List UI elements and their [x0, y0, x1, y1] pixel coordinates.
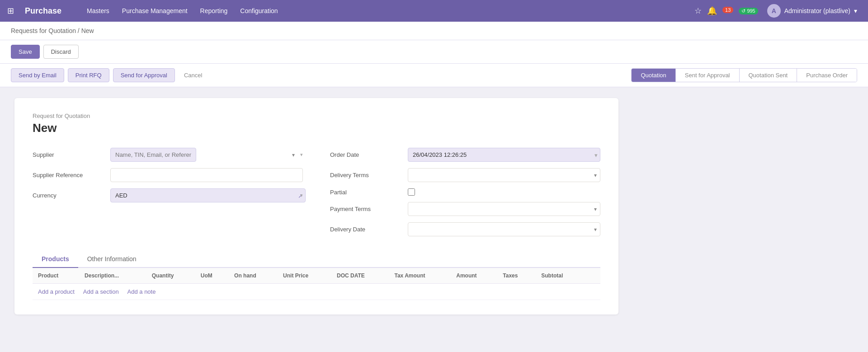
send-approval-button[interactable]: Send for Approval [113, 68, 175, 82]
discard-button[interactable]: Discard [43, 45, 79, 59]
payment-terms-label: Payment Terms [330, 206, 402, 212]
partial-row: Partial [330, 188, 600, 196]
supplier-ref-row: Supplier Reference [33, 168, 303, 182]
tab-other-info[interactable]: Other Information [78, 251, 146, 268]
col-doc-date: DOC DATE [331, 268, 389, 284]
topnav-menu: Masters Purchase Management Reporting Co… [81, 5, 685, 17]
credit-badge: ↺ 995 [739, 8, 758, 14]
step-sent-approval[interactable]: Sent for Approval [676, 69, 740, 82]
partial-label: Partial [330, 189, 402, 196]
col-on-hand: On hand [229, 268, 278, 284]
user-menu[interactable]: A Administrator (plastlive) ▾ [764, 2, 861, 19]
delivery-terms-label: Delivery Terms [330, 172, 402, 178]
avatar: A [767, 4, 781, 18]
grid-icon[interactable]: ⊞ [7, 6, 14, 16]
supplier-input[interactable] [110, 148, 196, 162]
calendar-icon: ▾ [594, 151, 598, 158]
nav-purchase-management[interactable]: Purchase Management [117, 5, 193, 17]
col-unit-price: Unit Price [278, 268, 331, 284]
save-discard-bar: Save Discard [0, 40, 868, 64]
form-card: Request for Quotation New Supplier ▾ Sup… [14, 98, 618, 314]
payment-terms-select[interactable] [408, 202, 600, 216]
add-section-link[interactable]: Add a section [83, 288, 119, 295]
star-icon[interactable]: ☆ [694, 6, 702, 16]
currency-label: Currency [33, 192, 105, 199]
supplier-dropdown-indicator: ▾ [300, 152, 303, 158]
form-grid: Supplier ▾ Supplier Reference Currency ↗ [33, 148, 600, 236]
col-tax-amount: Tax Amount [389, 268, 451, 284]
workflow-bar: Send by Email Print RFQ Send for Approva… [0, 64, 868, 87]
step-quotation-sent[interactable]: Quotation Sent [740, 69, 797, 82]
user-dropdown-icon: ▾ [854, 7, 857, 14]
col-taxes: Taxes [497, 268, 536, 284]
messages-badge[interactable]: 13 [722, 7, 733, 13]
supplier-ref-label: Supplier Reference [33, 172, 105, 178]
add-product-link[interactable]: Add a product [38, 288, 75, 295]
col-description: Description... [79, 268, 146, 284]
delivery-date-label: Delivery Date [330, 226, 402, 233]
col-quantity: Quantity [146, 268, 195, 284]
currency-row: Currency ↗ ▾ [33, 188, 303, 202]
products-table: Product Description... Quantity UoM On h… [33, 268, 600, 300]
tabs: Products Other Information [33, 251, 600, 268]
nav-configuration[interactable]: Configuration [235, 5, 283, 17]
table-add-cell: Add a product Add a section Add a note [33, 284, 600, 300]
send-email-button[interactable]: Send by Email [11, 68, 64, 82]
add-note-link[interactable]: Add a note [127, 288, 156, 295]
currency-input[interactable] [110, 188, 306, 202]
step-purchase-order[interactable]: Purchase Order [797, 69, 857, 82]
delivery-date-row: Delivery Date [330, 222, 600, 236]
form-left-section: Supplier ▾ Supplier Reference Currency ↗ [33, 148, 303, 236]
order-date-label: Order Date [330, 151, 402, 158]
tab-products[interactable]: Products [33, 251, 78, 268]
partial-checkbox[interactable] [408, 188, 415, 196]
order-date-input[interactable] [408, 148, 600, 162]
order-date-wrapper: ▾ [408, 148, 600, 162]
col-uom: UoM [195, 268, 229, 284]
supplier-label: Supplier [33, 151, 105, 158]
app-title: Purchase [25, 6, 61, 16]
partial-checkbox-wrapper [408, 188, 415, 196]
delivery-terms-row: Delivery Terms [330, 168, 600, 182]
supplier-select-wrapper [110, 148, 298, 162]
print-rfq-button[interactable]: Print RFQ [68, 68, 109, 82]
table-header-row: Product Description... Quantity UoM On h… [33, 268, 600, 284]
form-subtitle: Request for Quotation [33, 113, 600, 119]
main-content: Request for Quotation New Supplier ▾ Sup… [0, 87, 633, 325]
topnav: ⊞ Purchase Masters Purchase Management R… [0, 0, 868, 22]
delivery-terms-select[interactable] [408, 168, 600, 182]
payment-terms-wrapper [408, 202, 600, 216]
delivery-date-select[interactable] [408, 222, 600, 236]
bell-icon[interactable]: 🔔 [707, 6, 717, 16]
col-subtotal: Subtotal [536, 268, 584, 284]
supplier-row: Supplier ▾ [33, 148, 303, 162]
supplier-ref-input[interactable] [110, 168, 303, 182]
cancel-button[interactable]: Cancel [179, 69, 208, 82]
step-quotation[interactable]: Quotation [632, 69, 675, 82]
delivery-date-wrapper [408, 222, 600, 236]
order-date-row: Order Date ▾ [330, 148, 600, 162]
status-steps: Quotation Sent for Approval Quotation Se… [631, 68, 857, 82]
save-button[interactable]: Save [11, 45, 40, 59]
breadcrumb: Requests for Quotation / New [0, 22, 868, 40]
col-product: Product [33, 268, 79, 284]
form-title: New [33, 121, 600, 135]
col-actions [584, 268, 600, 284]
col-amount: Amount [451, 268, 497, 284]
table-add-row: Add a product Add a section Add a note [33, 284, 600, 300]
currency-input-wrapper: ↗ [110, 188, 306, 202]
nav-reporting[interactable]: Reporting [195, 5, 233, 17]
delivery-terms-wrapper [408, 168, 600, 182]
topnav-right: ☆ 🔔 13 ↺ 995 A Administrator (plastlive)… [694, 2, 861, 19]
user-name: Administrator (plastlive) [784, 7, 850, 14]
currency-dropdown-icon: ▾ [300, 192, 303, 198]
nav-masters[interactable]: Masters [81, 5, 115, 17]
payment-terms-row: Payment Terms [330, 202, 600, 216]
form-right-section: Order Date ▾ Delivery Terms Part [330, 148, 600, 236]
